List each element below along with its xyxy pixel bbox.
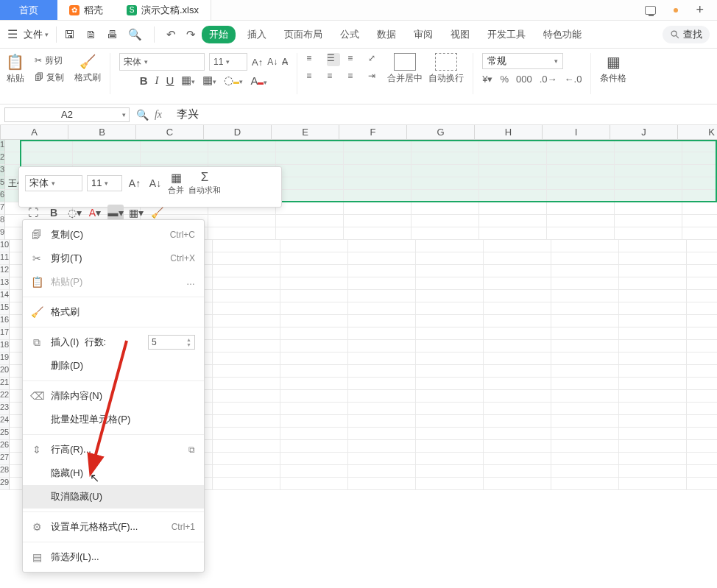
tab-insert[interactable]: 插入 [241,25,272,44]
paste-button[interactable]: 📋 粘贴 [6,53,24,85]
hamburger-icon[interactable]: ☰ [7,27,18,41]
row-header[interactable]: 21 [0,378,10,390]
menu-unhide[interactable]: 取消隐藏(U) [23,485,204,509]
row-header[interactable]: 23 [0,403,10,415]
bold-button[interactable]: B [140,74,148,87]
mini-inc-font-icon[interactable]: A↑ [127,175,143,191]
mini-format-painter-icon[interactable]: 🧹 [149,205,165,221]
col-header[interactable]: A [1,125,68,139]
menu-paste[interactable]: 📋粘贴(P)… [23,270,204,294]
undo-icon[interactable]: ↶ [166,28,176,41]
row-header[interactable]: 19 [0,353,10,365]
row-header[interactable]: 15 [0,302,10,315]
row-header[interactable]: 13 [0,277,10,290]
tab-start[interactable]: 开始 [202,26,236,43]
align-middle-icon[interactable]: ☰ [327,53,340,66]
mini-font-color-icon[interactable]: A▾ [87,205,103,221]
magnify-icon[interactable]: 🔍 [134,109,150,121]
row-header[interactable]: 6 [0,190,5,202]
row-header[interactable]: 18 [0,340,10,353]
menu-cut[interactable]: ✂剪切(T)Ctrl+X [23,247,204,270]
tab-data[interactable]: 数据 [371,25,402,44]
font-color-button[interactable]: A▾ [250,74,267,87]
format-painter-button[interactable]: 🧹 格式刷 [74,54,101,84]
col-header[interactable]: D [204,125,272,139]
row-header[interactable]: 8 [0,215,5,227]
menu-batch[interactable]: 批量处理单元格(P) [23,408,204,431]
tab-daoke[interactable]: ✿ 稻壳 [57,0,115,20]
align-bottom-icon[interactable]: ≡ [347,53,361,66]
tab-special[interactable]: 特色功能 [537,25,587,44]
cond-format-button[interactable]: ▦ 条件格 [600,53,626,85]
row-header[interactable]: 9 [0,227,5,240]
row-header[interactable]: 2 [0,152,5,165]
align-top-icon[interactable]: ≡ [306,53,319,66]
row-header[interactable]: 12 [0,265,10,277]
col-header[interactable]: E [272,125,339,139]
row-header[interactable]: 20 [0,365,10,378]
row-header[interactable]: 10 [0,240,10,252]
percent-icon[interactable]: % [500,74,509,85]
row-header[interactable]: 11 [0,252,10,265]
row-header[interactable]: 28 [0,465,10,478]
menu-format-painter[interactable]: 🧹格式刷 [23,300,204,324]
row-header[interactable]: 26 [0,440,10,453]
print-icon[interactable]: 🖶 [107,28,118,40]
clear-formatting-icon[interactable]: A̶ [282,57,288,67]
row-header[interactable]: 17 [0,327,10,340]
comma-icon[interactable]: 000 [516,74,532,85]
row-header[interactable]: 14 [0,290,10,302]
col-header[interactable]: J [610,125,678,139]
font-family-select[interactable]: 宋体▾ [119,53,205,71]
number-format-select[interactable]: 常规▾ [482,53,563,69]
save-as-icon[interactable]: 🗎 [85,28,96,40]
copy-button[interactable]: 🗐 复制 [35,71,64,84]
dec-decimal-icon[interactable]: ←.0 [565,74,582,85]
row-header[interactable]: 24 [0,415,10,428]
row-header[interactable]: 3 [0,165,5,177]
decrease-font-icon[interactable]: A↓ [267,57,278,67]
row-header[interactable]: 27 [0,453,10,465]
currency-icon[interactable]: ¥▾ [482,74,492,85]
col-header[interactable]: H [475,125,543,139]
indent-icon[interactable]: ⇥ [368,71,381,84]
underline-button[interactable]: U [166,74,174,87]
mini-bold-icon[interactable]: B [46,205,62,221]
align-right-icon[interactable]: ≡ [347,71,361,84]
row-header[interactable]: 7 [0,202,5,215]
cut-button[interactable]: ✂ 剪切 [35,54,64,67]
menu-hide[interactable]: 隐藏(H) [23,461,204,485]
col-header[interactable]: I [543,125,610,139]
mini-sum-button[interactable]: Σ自动求和 [188,170,221,196]
col-header[interactable]: C [136,125,204,139]
tab-layout[interactable]: 页面布局 [278,25,328,44]
menu-insert[interactable]: ⧉插入(I) 行数:5▲▼ [23,330,204,354]
select-all-corner[interactable] [0,125,1,139]
wrap-button[interactable]: 自动换行 [428,53,464,85]
borders-button[interactable]: ▦▾ [181,74,195,87]
row-header[interactable]: 1 [0,140,5,152]
tab-formula[interactable]: 公式 [334,25,365,44]
menu-filter[interactable]: ▤筛选列(L)... [23,545,204,569]
mini-border-icon[interactable]: ▦▾ [128,205,144,221]
increase-font-icon[interactable]: A↑ [252,57,263,68]
mini-font-select[interactable]: 宋体▾ [25,175,82,191]
align-left-icon[interactable]: ≡ [306,71,319,84]
menu-clear[interactable]: ⌫清除内容(N) [23,384,204,408]
fill-color-button[interactable]: ◌▾ [224,74,243,87]
tab-home[interactable]: 首页 [0,0,57,20]
mini-fill-icon[interactable]: ◌▾ [66,205,82,221]
new-tab-button[interactable]: + [696,2,704,18]
formula-input[interactable]: 李兴 [166,107,199,121]
search-box[interactable]: 查找 [663,26,710,43]
col-header[interactable]: B [68,125,136,139]
menu-delete[interactable]: 删除(D) [23,354,204,378]
row-header[interactable]: 29 [0,478,10,490]
mini-merge-button[interactable]: ▦合并 [168,171,184,196]
inc-decimal-icon[interactable]: .0→ [540,74,557,85]
row-header[interactable]: 25 [0,428,10,440]
draw-border-button[interactable]: ▦▾ [202,74,216,87]
save-icon[interactable]: 🖫 [64,28,75,40]
menu-row-height[interactable]: ⇕行高(R)...⧉ [23,438,204,461]
col-header[interactable]: K [678,125,717,139]
